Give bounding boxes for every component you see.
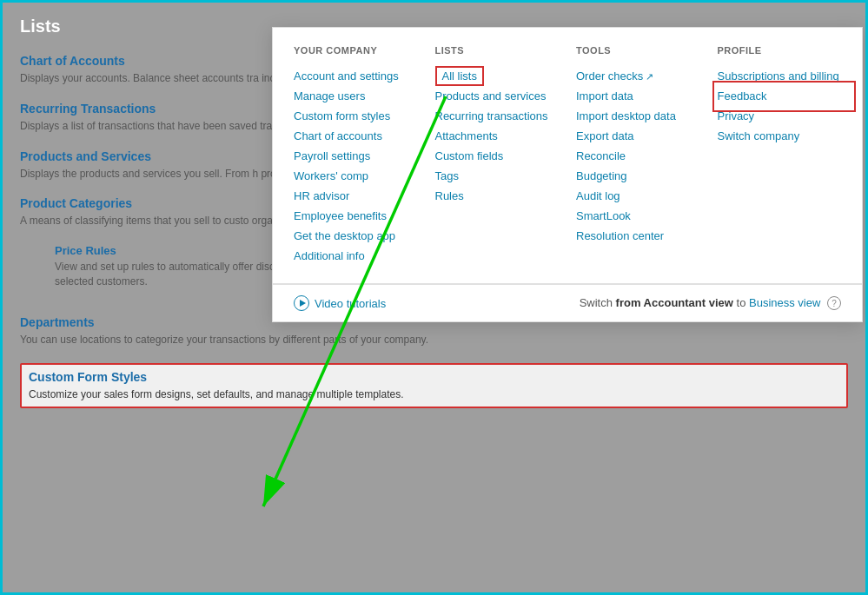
menu-privacy[interactable]: Privacy bbox=[718, 106, 842, 126]
profile-header: PROFILE bbox=[718, 45, 842, 56]
menu-additional-info[interactable]: Additional info bbox=[294, 246, 418, 266]
menu-products-services[interactable]: Products and services bbox=[435, 86, 560, 106]
menu-account-settings[interactable]: Account and settings bbox=[294, 66, 418, 86]
dropdown-menu: YOUR COMPANY Account and settings Manage… bbox=[272, 27, 863, 322]
help-icon[interactable]: ? bbox=[827, 296, 841, 310]
dropdown-body: YOUR COMPANY Account and settings Manage… bbox=[273, 28, 862, 283]
switch-bold-text: from Accountant view bbox=[616, 296, 733, 309]
section-custom-form-styles: Custom Form Styles Customize your sales … bbox=[20, 363, 848, 409]
menu-import-data[interactable]: Import data bbox=[576, 86, 700, 106]
menu-workers-comp[interactable]: Workers' comp bbox=[294, 166, 418, 186]
play-icon bbox=[294, 295, 309, 311]
play-triangle bbox=[300, 300, 306, 307]
menu-attachments[interactable]: Attachments bbox=[435, 126, 560, 146]
dropdown-col-your-company: YOUR COMPANY Account and settings Manage… bbox=[294, 45, 435, 266]
dropdown-footer: Video tutorials Switch from Accountant v… bbox=[273, 284, 862, 321]
video-tutorials-label: Video tutorials bbox=[315, 297, 386, 310]
dropdown-col-profile: PROFILE Subscriptions and billing Feedba… bbox=[718, 45, 842, 266]
custom-form-styles-title[interactable]: Custom Form Styles bbox=[29, 370, 839, 384]
menu-rules[interactable]: Rules bbox=[435, 186, 560, 206]
switch-view: Switch from Accountant view to Business … bbox=[580, 296, 841, 311]
menu-feedback[interactable]: Feedback bbox=[718, 86, 842, 106]
switch-prefix: Switch bbox=[580, 296, 616, 309]
menu-import-desktop-data[interactable]: Import desktop data bbox=[576, 106, 700, 126]
dropdown-col-tools: TOOLS Order checks Import data Import de… bbox=[576, 45, 718, 266]
menu-order-checks[interactable]: Order checks bbox=[576, 66, 700, 86]
switch-middle: to bbox=[737, 296, 749, 309]
menu-audit-log[interactable]: Audit log bbox=[576, 186, 700, 206]
menu-employee-benefits[interactable]: Employee benefits bbox=[294, 206, 418, 226]
menu-export-data[interactable]: Export data bbox=[576, 126, 700, 146]
menu-reconcile[interactable]: Reconcile bbox=[576, 146, 700, 166]
menu-all-lists[interactable]: All lists bbox=[435, 66, 484, 86]
menu-manage-users[interactable]: Manage users bbox=[294, 86, 418, 106]
your-company-header: YOUR COMPANY bbox=[294, 45, 418, 56]
menu-get-desktop-app[interactable]: Get the desktop app bbox=[294, 226, 418, 246]
menu-chart-of-accounts[interactable]: Chart of accounts bbox=[294, 126, 418, 146]
departments-desc: You can use locations to categorize your… bbox=[20, 333, 848, 347]
menu-budgeting[interactable]: Budgeting bbox=[576, 166, 700, 186]
switch-view-link[interactable]: Business view bbox=[749, 296, 820, 309]
menu-custom-form-styles[interactable]: Custom form styles bbox=[294, 106, 418, 126]
menu-subscriptions-billing[interactable]: Subscriptions and billing bbox=[718, 66, 842, 86]
menu-resolution-center[interactable]: Resolution center bbox=[576, 226, 700, 246]
dropdown-col-lists: LISTS All lists Products and services Re… bbox=[435, 45, 577, 266]
menu-recurring-transactions[interactable]: Recurring transactions bbox=[435, 106, 560, 126]
video-tutorials-link[interactable]: Video tutorials bbox=[294, 295, 386, 311]
tools-header: TOOLS bbox=[576, 45, 700, 56]
menu-custom-fields[interactable]: Custom fields bbox=[435, 146, 560, 166]
lists-header: LISTS bbox=[435, 45, 560, 56]
menu-tags[interactable]: Tags bbox=[435, 166, 560, 186]
custom-form-styles-desc: Customize your sales form designs, set d… bbox=[29, 387, 839, 402]
menu-hr-advisor[interactable]: HR advisor bbox=[294, 186, 418, 206]
menu-smartlook[interactable]: SmartLook bbox=[576, 206, 700, 226]
menu-switch-company[interactable]: Switch company bbox=[718, 126, 842, 146]
menu-payroll-settings[interactable]: Payroll settings bbox=[294, 146, 418, 166]
